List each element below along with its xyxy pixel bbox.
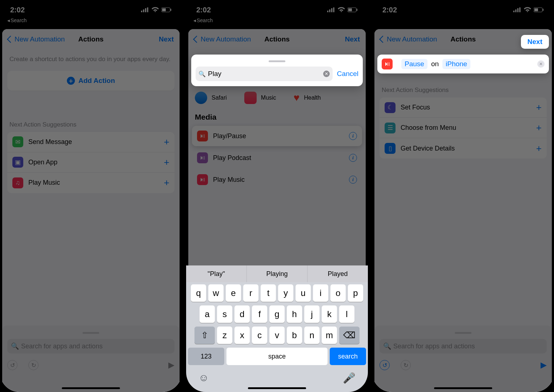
add-icon[interactable]: +: [536, 143, 542, 154]
status-indicators: [327, 7, 358, 13]
row-icon: ▣: [12, 157, 23, 168]
key-k[interactable]: k: [322, 305, 337, 323]
suggestion-row[interactable]: ☾ Set Focus +: [380, 97, 547, 118]
suggestion-row[interactable]: ▣ Open App +: [7, 152, 174, 173]
redo-icon[interactable]: ↻: [28, 360, 39, 370]
sheet-grabber[interactable]: [455, 332, 471, 334]
app-music[interactable]: Music: [244, 92, 276, 104]
key-b[interactable]: b: [287, 327, 302, 344]
mic-icon[interactable]: 🎤: [343, 372, 356, 384]
key-a[interactable]: a: [200, 305, 215, 323]
status-time: 2:02: [10, 6, 25, 14]
sheet-grabber[interactable]: [83, 332, 99, 334]
app-suggestions: Safari Music ♥Health: [188, 82, 366, 111]
key-l[interactable]: l: [339, 305, 354, 323]
add-icon[interactable]: +: [164, 177, 169, 188]
clear-search-icon[interactable]: ✕: [323, 71, 330, 77]
predict-2[interactable]: Playing: [247, 265, 308, 282]
search-icon: 🔍: [383, 342, 391, 350]
app-safari[interactable]: Safari: [195, 92, 227, 104]
add-icon[interactable]: +: [164, 157, 169, 168]
nav-next-button[interactable]: Next: [345, 35, 360, 43]
key-space[interactable]: space: [226, 348, 328, 365]
key-x[interactable]: x: [234, 327, 250, 344]
search-placeholder: Search for apps and actions: [393, 343, 475, 350]
battery-icon: [161, 7, 172, 13]
remove-action-icon[interactable]: ✕: [537, 60, 545, 68]
key-n[interactable]: n: [304, 327, 320, 344]
keyboard[interactable]: "Play" Playing Played qwertyuiopasdfghjk…: [186, 265, 368, 392]
key-v[interactable]: v: [269, 327, 285, 344]
key-z[interactable]: z: [217, 327, 232, 344]
nav-next-button[interactable]: Next: [159, 35, 174, 43]
key-m[interactable]: m: [322, 327, 337, 344]
key-e[interactable]: e: [226, 284, 241, 302]
key-f[interactable]: f: [252, 305, 267, 323]
result-row[interactable]: ⏯ Play Podcast i: [192, 148, 362, 168]
app-health[interactable]: ♥Health: [294, 92, 321, 104]
search-field[interactable]: 🔍 Search for apps and actions: [380, 339, 547, 353]
add-action-button[interactable]: ＋ Add Action: [7, 71, 174, 91]
suggestion-row[interactable]: ☰ Choose from Menu +: [380, 118, 547, 138]
add-icon[interactable]: +: [164, 136, 169, 148]
key-u[interactable]: u: [296, 284, 311, 302]
cancel-button[interactable]: Cancel: [337, 70, 358, 78]
search-input[interactable]: [208, 70, 321, 78]
svg-rect-6: [170, 9, 171, 11]
key-i[interactable]: i: [313, 284, 328, 302]
action-target[interactable]: iPhone: [442, 59, 470, 69]
add-action-label: Add Action: [79, 77, 115, 85]
key-d[interactable]: d: [234, 305, 250, 323]
suggestion-row[interactable]: ▯ Get Device Details +: [380, 138, 547, 159]
key-j[interactable]: j: [304, 305, 320, 323]
key-w[interactable]: w: [208, 284, 224, 302]
search-input-wrap[interactable]: 🔍 ✕: [196, 67, 333, 81]
add-icon[interactable]: +: [536, 102, 542, 113]
add-icon[interactable]: +: [536, 122, 542, 133]
next-button-highlight[interactable]: Next: [521, 35, 549, 49]
key-s[interactable]: s: [217, 305, 232, 323]
nav-back-button[interactable]: New Automation: [8, 35, 65, 43]
action-card[interactable]: ⏯ Pause on iPhone ✕: [377, 55, 549, 73]
info-icon[interactable]: i: [349, 154, 357, 162]
row-icon: ☾: [385, 102, 396, 113]
suggestion-row[interactable]: ♫ Play Music +: [7, 173, 174, 193]
redo-icon[interactable]: ↻: [401, 360, 411, 370]
key-r[interactable]: r: [243, 284, 258, 302]
key-⇧[interactable]: ⇧: [194, 327, 215, 344]
key-h[interactable]: h: [287, 305, 302, 323]
result-row[interactable]: ⏯ Play Music i: [192, 169, 362, 190]
result-row[interactable]: ⏯ Play/Pause i: [192, 126, 362, 146]
suggestion-row[interactable]: ✉︎ Send Message +: [7, 132, 174, 152]
key-o[interactable]: o: [330, 284, 346, 302]
emoji-icon[interactable]: ☺: [198, 372, 209, 384]
nav-back-button[interactable]: New Automation: [380, 35, 437, 43]
phone-2: 2:02 Search New Automation Actions Next …: [186, 0, 368, 392]
key-search[interactable]: search: [330, 348, 366, 365]
cellular-icon: [327, 7, 335, 13]
key-q[interactable]: q: [191, 284, 206, 302]
svg-rect-8: [329, 9, 330, 12]
key-p[interactable]: p: [348, 284, 363, 302]
key-c[interactable]: c: [252, 327, 267, 344]
nav-back-button[interactable]: New Automation: [194, 35, 251, 43]
run-icon[interactable]: ▶: [541, 360, 547, 370]
search-field[interactable]: 🔍 Search for apps and actions: [7, 339, 174, 353]
sheet-grabber[interactable]: [269, 60, 285, 62]
key-⌫[interactable]: ⌫: [339, 327, 360, 344]
undo-icon[interactable]: ↺: [7, 360, 17, 370]
back-to-search[interactable]: Search: [186, 17, 368, 23]
key-g[interactable]: g: [269, 305, 285, 323]
run-icon[interactable]: ▶: [168, 360, 174, 370]
info-icon[interactable]: i: [349, 176, 357, 184]
key-123[interactable]: 123: [188, 348, 224, 365]
undo-icon[interactable]: ↺: [380, 360, 390, 370]
key-t[interactable]: t: [261, 284, 276, 302]
predict-3[interactable]: Played: [308, 265, 368, 282]
info-icon[interactable]: i: [349, 132, 357, 140]
action-verb[interactable]: Pause: [401, 59, 427, 69]
row-icon: ⏯: [197, 174, 208, 185]
key-y[interactable]: y: [278, 284, 293, 302]
predict-1[interactable]: "Play": [186, 265, 247, 282]
back-to-search[interactable]: Search: [0, 17, 182, 23]
